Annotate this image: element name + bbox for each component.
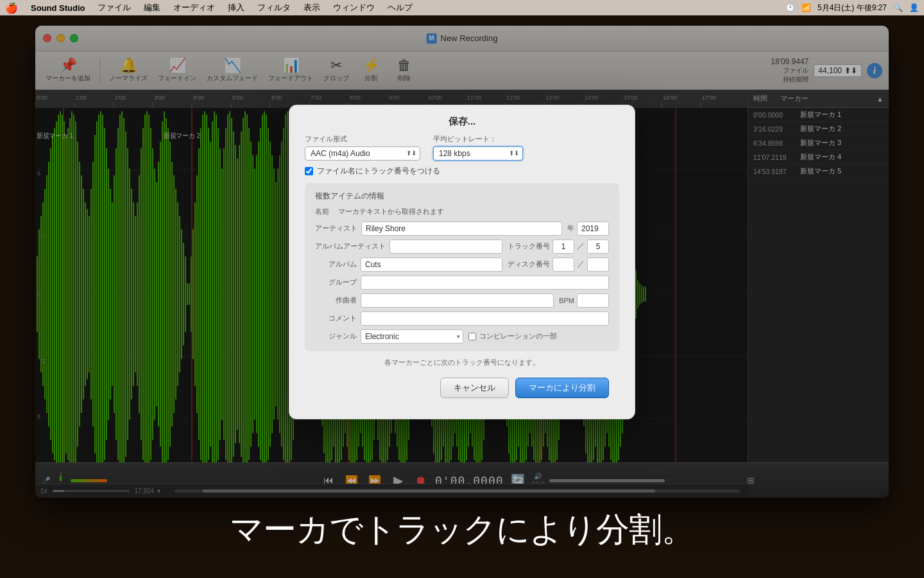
menu-help[interactable]: ヘルプ bbox=[382, 0, 418, 15]
bitrate-select[interactable]: 128 kbps bbox=[433, 146, 523, 161]
album-disc-row: アルバム ディスク番号 ／ bbox=[315, 258, 609, 272]
group-label: グループ bbox=[315, 277, 357, 287]
album-label: アルバム bbox=[315, 259, 357, 269]
bitrate-group: 平均ビットレート： 128 kbps ⬆⬇ bbox=[433, 134, 523, 161]
app-name[interactable]: Sound Studio bbox=[26, 0, 90, 15]
comment-row: コメント bbox=[315, 311, 609, 326]
year-input[interactable] bbox=[577, 222, 609, 236]
menu-window[interactable]: ウィンドウ bbox=[328, 0, 380, 15]
genre-label: ジャンル bbox=[315, 331, 357, 341]
track-number-checkbox[interactable] bbox=[305, 167, 313, 175]
compilation-group: コンピレーションの一部 bbox=[468, 331, 557, 341]
artist-label: アーティスト bbox=[315, 223, 357, 233]
format-label: ファイル形式 bbox=[305, 134, 420, 144]
user-icon[interactable]: 👤 bbox=[909, 3, 919, 12]
note-text: 各マーカーごとに次のトラック番号になります。 bbox=[305, 358, 619, 367]
app-window: M New Recording 📌 マーカーを追加 🔔 ノーマライズ 📈 フェー… bbox=[35, 26, 889, 498]
section-title: 複数アイテムの情報 bbox=[315, 191, 609, 202]
disc-num-group: ディスク番号 ／ bbox=[508, 258, 609, 272]
menubar-right: 🕐 📶 5月4日(土) 午後9:27 🔍 👤 bbox=[785, 3, 919, 13]
menu-view[interactable]: 表示 bbox=[298, 0, 325, 15]
compilation-label[interactable]: コンピレーションの一部 bbox=[479, 331, 557, 341]
genre-select[interactable]: Electronic Pop Rock Jazz bbox=[361, 329, 463, 344]
fields-section: 複数アイテムの情報 名前 マーカテキストから取得されます アーティスト 年 bbox=[305, 183, 619, 351]
track-num-total-input[interactable] bbox=[587, 240, 609, 254]
format-select[interactable]: AAC (m4a) Audio bbox=[305, 146, 420, 161]
dialog-title: 保存... bbox=[289, 105, 635, 134]
compilation-checkbox[interactable] bbox=[468, 333, 476, 340]
composer-label: 作曲者 bbox=[315, 295, 357, 305]
group-bpm-row: グループ bbox=[315, 276, 609, 290]
album-group: アルバム bbox=[315, 258, 502, 272]
disc-num-input[interactable] bbox=[552, 258, 574, 272]
menubar: 🍎 Sound Studio ファイル 編集 オーディオ 挿入 フィルタ 表示 … bbox=[0, 0, 924, 15]
search-icon[interactable]: 🔍 bbox=[893, 3, 903, 12]
save-dialog: 保存... ファイル形式 AAC (m4a) Audio ⬆⬇ bbox=[289, 105, 635, 419]
composer-input[interactable] bbox=[361, 293, 554, 308]
comment-group: コメント bbox=[315, 311, 609, 326]
track-number-checkbox-row: ファイル名にトラック番号をつける bbox=[305, 166, 619, 177]
album-artist-group: アルバムアーティスト bbox=[315, 240, 502, 254]
genre-select-wrapper: Electronic Pop Rock Jazz ▾ bbox=[361, 329, 463, 344]
track-number-checkbox-label[interactable]: ファイル名にトラック番号をつける bbox=[317, 166, 440, 177]
name-field-value: マーカテキストから取得されます bbox=[338, 207, 444, 216]
group-input[interactable] bbox=[361, 276, 609, 290]
menu-audio[interactable]: オーディオ bbox=[168, 0, 220, 15]
disc-num-total-input[interactable] bbox=[587, 258, 609, 272]
genre-group: ジャンル Electronic Pop Rock Jazz ▾ bbox=[315, 329, 463, 344]
bottom-subtitle: マーカでトラックにより分割。 bbox=[0, 507, 924, 552]
name-row: 名前 マーカテキストから取得されます bbox=[315, 207, 609, 216]
comment-input[interactable] bbox=[361, 311, 609, 326]
disc-num-label: ディスク番号 bbox=[508, 259, 550, 269]
dialog-body: ファイル形式 AAC (m4a) Audio ⬆⬇ 平均ビットレート： bbox=[289, 134, 635, 419]
disc-num-slash: ／ bbox=[577, 259, 585, 270]
bitrate-select-wrapper: 128 kbps ⬆⬇ bbox=[433, 146, 523, 161]
cancel-button[interactable]: キャンセル bbox=[440, 378, 509, 398]
album-artist-label: アルバムアーティスト bbox=[315, 241, 386, 251]
dialog-overlay: 保存... ファイル形式 AAC (m4a) Audio ⬆⬇ bbox=[35, 26, 889, 498]
year-group: 年 bbox=[567, 222, 609, 236]
track-num-group: トラック番号 ／ bbox=[508, 240, 609, 254]
menu-edit[interactable]: 編集 bbox=[139, 0, 166, 15]
name-field-label: 名前 bbox=[315, 207, 333, 216]
format-group: ファイル形式 AAC (m4a) Audio ⬆⬇ bbox=[305, 134, 420, 161]
year-label: 年 bbox=[567, 223, 574, 233]
confirm-button[interactable]: マーカにより分割 bbox=[515, 378, 609, 398]
album-input[interactable] bbox=[361, 258, 502, 272]
wifi-icon: 📶 bbox=[801, 3, 811, 12]
menu-insert[interactable]: 挿入 bbox=[223, 0, 250, 15]
album-artist-input[interactable] bbox=[389, 240, 502, 254]
composer-bpm-row: 作曲者 BPM bbox=[315, 293, 609, 308]
bpm-input[interactable] bbox=[577, 293, 609, 308]
apple-menu[interactable]: 🍎 bbox=[5, 2, 18, 14]
artist-input[interactable] bbox=[361, 222, 562, 236]
format-select-wrapper: AAC (m4a) Audio ⬆⬇ bbox=[305, 146, 420, 161]
genre-compilation-row: ジャンル Electronic Pop Rock Jazz ▾ bbox=[315, 329, 609, 344]
menu-file[interactable]: ファイル bbox=[92, 0, 136, 15]
clock-icon: 🕐 bbox=[785, 3, 795, 12]
bpm-label: BPM bbox=[559, 297, 574, 304]
composer-group: 作曲者 bbox=[315, 293, 554, 308]
track-num-input[interactable] bbox=[552, 240, 574, 254]
bpm-group: BPM bbox=[559, 293, 609, 308]
album-artist-tracknum-row: アルバムアーティスト トラック番号 ／ bbox=[315, 240, 609, 254]
group-group: グループ bbox=[315, 276, 609, 290]
dialog-buttons: キャンセル マーカにより分割 bbox=[305, 372, 619, 408]
track-num-label: トラック番号 bbox=[508, 241, 550, 251]
comment-label: コメント bbox=[315, 313, 357, 323]
bitrate-label: 平均ビットレート： bbox=[433, 134, 523, 144]
artist-year-row: アーティスト 年 bbox=[315, 222, 609, 236]
time-display: 5月4日(土) 午後9:27 bbox=[817, 3, 887, 13]
menu-filter[interactable]: フィルタ bbox=[252, 0, 296, 15]
format-bitrate-row: ファイル形式 AAC (m4a) Audio ⬆⬇ 平均ビットレート： bbox=[305, 134, 619, 161]
artist-group: アーティスト bbox=[315, 222, 562, 236]
track-num-slash: ／ bbox=[577, 241, 585, 252]
